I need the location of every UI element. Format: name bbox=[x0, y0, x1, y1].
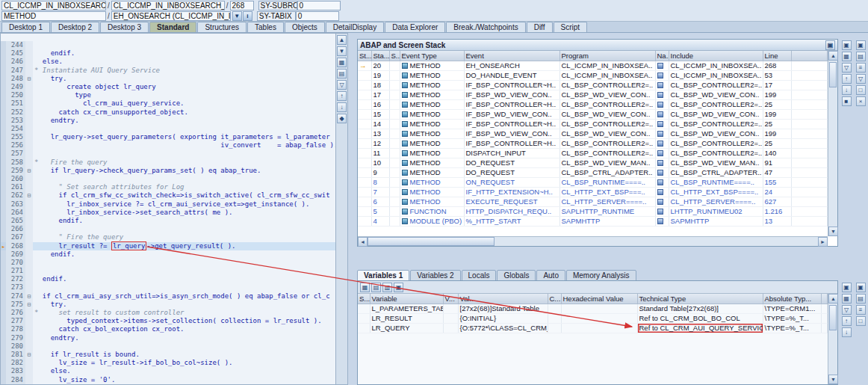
tab-globals[interactable]: Globals bbox=[497, 270, 536, 281]
scrollbar-track[interactable] bbox=[828, 61, 837, 227]
filter-icon[interactable]: ▽ bbox=[856, 74, 866, 84]
scroll-down-button[interactable]: ▼ bbox=[828, 227, 838, 236]
scrollbar-track[interactable] bbox=[828, 304, 837, 375]
table-settings-icon[interactable]: ▦ bbox=[842, 294, 852, 304]
sort-descending-icon[interactable]: ↓ bbox=[842, 85, 852, 95]
print-icon[interactable]: □ bbox=[856, 85, 866, 95]
fold-marker-icon[interactable]: ⊟ bbox=[25, 75, 33, 83]
scrollbar-thumb[interactable] bbox=[829, 305, 837, 330]
fold-marker-icon[interactable]: ⊟ bbox=[25, 191, 33, 200]
services-icon[interactable]: ▤ bbox=[856, 294, 866, 304]
sort-ascending-icon[interactable]: ↑ bbox=[337, 91, 347, 101]
filter-icon[interactable]: ▽ bbox=[842, 63, 852, 73]
info-icon[interactable]: i bbox=[243, 11, 252, 21]
value-help-icon[interactable]: ▼ bbox=[232, 11, 242, 21]
print-icon[interactable]: □ bbox=[856, 316, 866, 326]
fold-marker-icon[interactable]: ⊟ bbox=[25, 292, 33, 301]
scroll-right-button[interactable]: ► bbox=[818, 237, 828, 247]
scrollbar-track[interactable] bbox=[495, 237, 818, 246]
block-select-icon[interactable]: ▦ bbox=[337, 58, 347, 67]
close-panel-icon[interactable]: ▣ bbox=[856, 283, 866, 292]
stack-row[interactable]: 12METHODIF_BSP_CONTROLLER~H..CL_BSP_CONT… bbox=[358, 138, 828, 148]
stack-row[interactable]: 7METHODIF_HTTP_EXTENSION~H..CL_HTTP_EXT_… bbox=[358, 187, 828, 197]
sort-descending-icon[interactable]: ↓ bbox=[337, 102, 347, 112]
source-program-field[interactable]: CL_ICCMP_IN_INBOXSEARCH_IMPL= bbox=[111, 1, 225, 10]
tab-diff[interactable]: Diff bbox=[527, 22, 553, 32]
variable-row[interactable]: LR_RESULT{O:INITIAL}Ref to CL_CRM_BOL_BO… bbox=[358, 313, 828, 323]
scroll-up-icon[interactable]: ▲ bbox=[337, 35, 347, 45]
stack-row[interactable]: 9METHODDO_REQUESTCL_BSP_CTRL_ADAPTER..CL… bbox=[358, 167, 828, 177]
detach-panel-icon[interactable]: ▣ bbox=[842, 40, 852, 50]
close-panel-icon[interactable]: ▣ bbox=[856, 40, 866, 50]
layout-icon[interactable]: ▤ bbox=[337, 69, 347, 78]
stack-row[interactable]: 8METHODON_REQUESTCL_BSP_RUNTIME====..CL_… bbox=[358, 177, 828, 187]
stack-horizontal-scrollbar[interactable]: ◄ ► bbox=[358, 236, 828, 246]
scrollbar-thumb[interactable] bbox=[829, 62, 837, 87]
tab-tables[interactable]: Tables bbox=[247, 22, 284, 32]
stack-row[interactable]: 6METHODEXECUTE_REQUESTCL_HTTP_SERVER====… bbox=[358, 197, 828, 206]
sort-descending-icon[interactable]: ↓ bbox=[842, 327, 852, 337]
current-line-field[interactable]: 268 bbox=[230, 1, 254, 10]
scroll-down-icon[interactable]: ▼ bbox=[337, 46, 347, 56]
services-icon[interactable]: ▣ bbox=[394, 283, 403, 292]
tab-desktop-1[interactable]: Desktop 1 bbox=[1, 22, 50, 32]
menu-icon[interactable]: ≡ bbox=[856, 63, 866, 73]
breakpoint-icon[interactable]: ◆ bbox=[337, 114, 347, 123]
filter-icon[interactable]: ▽ bbox=[337, 80, 347, 90]
tab-standard[interactable]: Standard bbox=[149, 22, 196, 32]
stack-row[interactable]: 17METHODIF_BSP_WD_VIEW_CON..CL_BSP_WD_VI… bbox=[358, 90, 828, 99]
event-name-field[interactable]: EH_ONSEARCH (CL_ICCMP_IN_INBOXSEARCH_IMP… bbox=[111, 11, 231, 21]
sort-ascending-icon[interactable]: ↑ bbox=[842, 74, 852, 84]
stack-options-icon[interactable]: ▣ bbox=[825, 40, 835, 50]
fold-marker-icon[interactable]: ⊟ bbox=[25, 351, 33, 359]
tab-script[interactable]: Script bbox=[554, 22, 588, 32]
stack-row[interactable]: 19METHODDO_HANDLE_EVENTCL_ICCMP_IN_INBOX… bbox=[358, 70, 828, 80]
tab-variables-1[interactable]: Variables 1 bbox=[357, 270, 409, 281]
variable-row[interactable]: LR_QUERY{O:5772*\CLASS=CL_CRM_AU...Ref t… bbox=[358, 323, 828, 333]
sy-tabix-value[interactable]: 0 bbox=[296, 11, 339, 21]
stack-row[interactable]: 4MODULE (PBO)%_HTTP_STARTSAPMHTTPSAPMHTT… bbox=[358, 216, 828, 226]
stack-row[interactable]: 14METHODIF_BSP_CONTROLLER~H..CL_BSP_CONT… bbox=[358, 119, 828, 129]
scroll-down-button[interactable]: ▼ bbox=[828, 375, 838, 384]
abap-code-editor[interactable]: 244245 endif.246 else.247* Instantiate A… bbox=[0, 33, 336, 385]
stack-row[interactable]: 13METHODIF_BSP_WD_VIEW_CON..CL_BSP_WD_VI… bbox=[358, 129, 828, 138]
fold-marker-icon[interactable]: ⊟ bbox=[25, 167, 33, 175]
table-view-icon[interactable]: ▦ bbox=[360, 283, 370, 292]
scrollbar-thumb[interactable] bbox=[368, 237, 495, 246]
stack-row[interactable]: 11METHODDISPATCH_INPUTCL_BSP_CONTROLLER2… bbox=[358, 148, 828, 158]
tab-break-watchpoints[interactable]: Break./Watchpoints bbox=[446, 22, 525, 32]
stack-row[interactable]: 10METHODDO_REQUESTCL_BSP_WD_VIEW_MAN..CL… bbox=[358, 158, 828, 167]
variable-row[interactable]: L_PARAMETERS_TAB[27x2(68)]Standard Table… bbox=[358, 304, 828, 313]
tab-data-explorer[interactable]: Data Explorer bbox=[385, 22, 445, 32]
fold-marker-icon[interactable]: ⊟ bbox=[25, 301, 33, 309]
tab-memory-analysis[interactable]: Memory Analysis bbox=[566, 270, 636, 281]
tab-objects[interactable]: Objects bbox=[285, 22, 325, 32]
scroll-left-button[interactable]: ◄ bbox=[358, 237, 368, 247]
tab-auto[interactable]: Auto bbox=[536, 270, 565, 281]
menu-icon[interactable]: ≡ bbox=[856, 305, 866, 315]
main-program-field[interactable]: CL_ICCMP_IN_INBOXSEARCH_IMPL= bbox=[1, 1, 106, 10]
stack-row[interactable]: 15METHODIF_BSP_WD_VIEW_CON..CL_BSP_WD_VI… bbox=[358, 109, 828, 119]
scroll-up-button[interactable]: ▲ bbox=[828, 51, 838, 61]
tab-detaildisplay[interactable]: DetailDisplay bbox=[326, 22, 384, 32]
variables-vertical-scrollbar[interactable]: ▲ ▼ bbox=[828, 294, 837, 384]
stack-row[interactable]: →20METHODEH_ONSEARCHCL_ICCMP_IN_INBOXSEA… bbox=[358, 61, 828, 70]
detach-panel-icon[interactable]: ▣ bbox=[842, 283, 852, 292]
event-kind-field[interactable]: METHOD bbox=[1, 11, 106, 21]
services-icon[interactable]: ▤ bbox=[856, 52, 866, 61]
scroll-up-button[interactable]: ▲ bbox=[828, 294, 838, 304]
stack-row[interactable]: 18METHODIF_BSP_CONTROLLER~H..CL_BSP_CONT… bbox=[358, 80, 828, 90]
tab-desktop-2[interactable]: Desktop 2 bbox=[51, 22, 99, 32]
stack-row[interactable]: 16METHODIF_BSP_CONTROLLER~H..CL_BSP_CONT… bbox=[358, 99, 828, 109]
detail-view-icon[interactable]: ▤ bbox=[371, 283, 381, 292]
tab-structures[interactable]: Structures bbox=[197, 22, 247, 32]
lock-icon[interactable]: ■ bbox=[842, 96, 852, 106]
close-icon[interactable]: × bbox=[856, 96, 866, 106]
stack-vertical-scrollbar[interactable]: ▲ ▼ bbox=[828, 51, 837, 236]
column-settings-icon[interactable]: ▥ bbox=[382, 283, 392, 292]
tab-locals[interactable]: Locals bbox=[462, 270, 497, 281]
debug-focus-variable[interactable]: lr_query bbox=[111, 241, 146, 250]
tab-desktop-3[interactable]: Desktop 3 bbox=[100, 22, 149, 32]
sort-ascending-icon[interactable]: ↑ bbox=[842, 316, 852, 326]
tab-variables-2[interactable]: Variables 2 bbox=[410, 270, 460, 281]
